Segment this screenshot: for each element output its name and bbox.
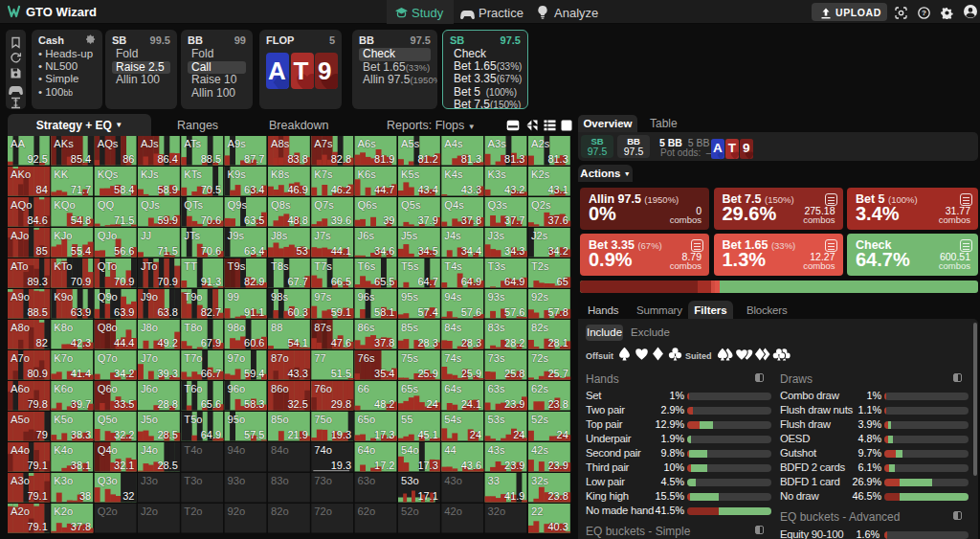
- svg-text:25.8: 25.8: [504, 368, 524, 379]
- svg-text:95s: 95s: [401, 291, 418, 303]
- svg-text:98o: 98o: [228, 322, 246, 333]
- svg-text:86: 86: [122, 153, 134, 165]
- svg-text:99: 99: [228, 291, 239, 303]
- svg-text:56.6: 56.6: [114, 245, 134, 257]
- svg-text:28.5: 28.5: [157, 429, 177, 440]
- svg-text:KJo: KJo: [54, 230, 72, 241]
- svg-text:52o: 52o: [401, 505, 419, 517]
- svg-text:J3s: J3s: [488, 230, 505, 241]
- svg-text:Q6s: Q6s: [358, 199, 378, 211]
- svg-text:60.6: 60.6: [244, 337, 264, 348]
- svg-text:88.5: 88.5: [201, 153, 221, 165]
- svg-text:K8o: K8o: [54, 322, 73, 333]
- svg-text:Q4o: Q4o: [98, 444, 118, 456]
- svg-text:JJ: JJ: [141, 230, 151, 241]
- svg-text:T9o: T9o: [184, 291, 202, 303]
- svg-text:QJo: QJo: [98, 230, 118, 241]
- svg-text:83o: 83o: [271, 475, 289, 486]
- svg-text:35.4: 35.4: [374, 368, 394, 379]
- svg-text:J4o: J4o: [141, 444, 158, 456]
- svg-text:53: 53: [297, 245, 308, 257]
- svg-text:81.2: 81.2: [417, 153, 437, 165]
- svg-text:70.6: 70.6: [201, 214, 221, 226]
- svg-text:24.1: 24.1: [461, 398, 481, 410]
- svg-text:65.5: 65.5: [374, 276, 394, 287]
- svg-text:57.6: 57.6: [461, 306, 481, 318]
- svg-text:73s: 73s: [488, 352, 505, 364]
- svg-text:72o: 72o: [314, 505, 332, 517]
- svg-text:K4s: K4s: [444, 168, 463, 180]
- svg-text:64.9: 64.9: [461, 276, 481, 287]
- svg-text:73o: 73o: [314, 475, 332, 486]
- svg-text:74o: 74o: [314, 444, 332, 456]
- svg-text:74s: 74s: [444, 352, 461, 364]
- svg-text:95o: 95o: [228, 414, 246, 425]
- svg-text:AA: AA: [11, 138, 25, 149]
- svg-text:79: 79: [36, 429, 48, 440]
- svg-text:J6s: J6s: [358, 230, 375, 241]
- svg-text:43.4: 43.4: [417, 184, 437, 195]
- svg-text:25.7: 25.7: [547, 368, 568, 379]
- svg-text:AJs: AJs: [141, 138, 159, 149]
- svg-text:Q9s: Q9s: [228, 199, 248, 211]
- svg-text:37.8: 37.8: [461, 214, 481, 226]
- svg-text:91.3: 91.3: [201, 276, 221, 287]
- svg-text:Q7o: Q7o: [98, 352, 118, 364]
- svg-text:51.5: 51.5: [331, 368, 351, 379]
- svg-text:42s: 42s: [531, 444, 548, 456]
- svg-text:63.5: 63.5: [244, 214, 264, 226]
- svg-text:44.4: 44.4: [114, 337, 134, 348]
- svg-text:70.9: 70.9: [157, 276, 177, 287]
- svg-text:59.1: 59.1: [331, 306, 351, 318]
- svg-text:76s: 76s: [358, 352, 375, 364]
- svg-text:J4s: J4s: [444, 230, 461, 241]
- svg-text:84.6: 84.6: [27, 214, 47, 226]
- svg-text:T7s: T7s: [314, 260, 332, 272]
- svg-text:79.1: 79.1: [27, 521, 47, 532]
- svg-text:T9s: T9s: [228, 260, 246, 272]
- svg-text:T5o: T5o: [184, 414, 202, 425]
- svg-text:87s: 87s: [314, 322, 331, 333]
- svg-text:T2s: T2s: [531, 260, 549, 272]
- svg-text:82.7: 82.7: [201, 306, 221, 318]
- svg-text:32: 32: [122, 490, 134, 502]
- svg-text:33.5: 33.5: [114, 398, 134, 410]
- svg-text:A8s: A8s: [271, 138, 290, 149]
- svg-text:A5s: A5s: [401, 138, 420, 149]
- svg-text:A8o: A8o: [11, 322, 30, 333]
- svg-text:70.9: 70.9: [114, 276, 134, 287]
- svg-text:K6o: K6o: [54, 383, 73, 394]
- svg-text:88: 88: [271, 322, 282, 333]
- svg-text:43o: 43o: [444, 475, 462, 486]
- svg-text:49.2: 49.2: [157, 337, 177, 348]
- svg-text:28.3: 28.3: [417, 337, 437, 348]
- svg-text:79.8: 79.8: [27, 398, 47, 410]
- svg-text:92s: 92s: [531, 291, 548, 303]
- svg-text:K8s: K8s: [271, 168, 290, 180]
- svg-text:91.1: 91.1: [244, 306, 264, 318]
- svg-text:85s: 85s: [401, 322, 418, 333]
- svg-text:32s: 32s: [531, 475, 548, 486]
- svg-text:43.6: 43.6: [461, 460, 481, 471]
- svg-text:24: 24: [557, 429, 568, 440]
- svg-text:34.4: 34.4: [461, 245, 481, 257]
- svg-text:48.8: 48.8: [287, 214, 307, 226]
- svg-text:62o: 62o: [358, 505, 376, 517]
- svg-text:86s: 86s: [358, 322, 375, 333]
- svg-text:34.2: 34.2: [547, 245, 568, 257]
- svg-text:57.8: 57.8: [547, 306, 568, 318]
- svg-text:83s: 83s: [488, 322, 505, 333]
- svg-text:Q6o: Q6o: [98, 383, 118, 394]
- svg-text:28.8: 28.8: [157, 398, 177, 410]
- svg-text:57.6: 57.6: [504, 306, 524, 318]
- svg-text:82o: 82o: [271, 505, 289, 517]
- svg-text:89.3: 89.3: [27, 276, 47, 287]
- svg-text:97o: 97o: [228, 352, 246, 364]
- svg-text:42o: 42o: [444, 505, 462, 517]
- svg-text:J7s: J7s: [314, 230, 331, 241]
- svg-text:J8s: J8s: [271, 230, 288, 241]
- svg-text:Q7s: Q7s: [314, 199, 334, 211]
- svg-text:A3s: A3s: [488, 138, 507, 149]
- svg-text:JTo: JTo: [141, 260, 157, 272]
- svg-text:KTs: KTs: [184, 168, 202, 180]
